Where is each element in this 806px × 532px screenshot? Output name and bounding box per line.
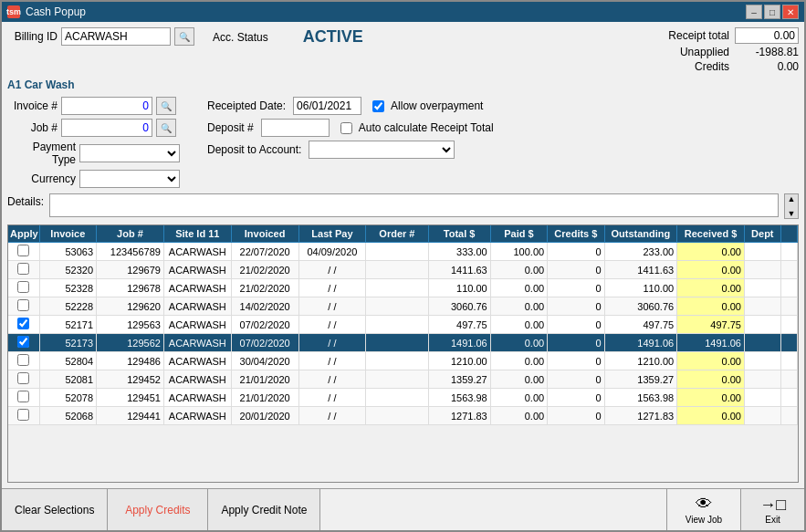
receipt-total-label: Receipt total xyxy=(656,29,729,42)
lastpay-cell: 04/09/2020 xyxy=(298,243,366,261)
minimize-button[interactable]: – xyxy=(746,5,762,19)
apply-credits-button[interactable]: Apply Credits xyxy=(108,489,208,530)
clear-selections-button[interactable]: Clear Selections xyxy=(2,489,108,530)
apply-checkbox[interactable] xyxy=(17,354,29,366)
col-header-received: Received $ xyxy=(677,225,745,243)
paid-cell: 0.00 xyxy=(490,370,547,389)
details-input[interactable] xyxy=(49,193,779,217)
acc-status-label: Acc. Status xyxy=(213,31,268,44)
bottom-bar: Clear Selections Apply Credits Apply Cre… xyxy=(2,488,804,530)
currency-select[interactable] xyxy=(79,170,180,188)
total-cell: 1210.00 xyxy=(428,352,490,370)
billing-id-search-button[interactable]: 🔍 xyxy=(174,27,194,46)
apply-checkbox-cell[interactable] xyxy=(8,407,39,425)
scroll-cell xyxy=(780,334,797,352)
apply-checkbox-cell[interactable] xyxy=(8,334,39,352)
apply-checkbox[interactable] xyxy=(17,372,29,384)
invoice-cell: 52173 xyxy=(39,334,96,352)
scroll-cell xyxy=(780,297,797,316)
bottom-spacer xyxy=(320,489,665,530)
table-row[interactable]: 52320 129679 ACARWASH 21/02/2020 / / 141… xyxy=(8,261,798,279)
job-cell: 129679 xyxy=(97,261,164,279)
table-row[interactable]: 52328 129678 ACARWASH 21/02/2020 / / 110… xyxy=(8,279,798,297)
invoice-search-button[interactable]: 🔍 xyxy=(156,97,176,115)
table-row[interactable]: 52068 129441 ACARWASH 20/01/2020 / / 127… xyxy=(8,407,798,425)
table-row[interactable]: 52171 129563 ACARWASH 07/02/2020 / / 497… xyxy=(8,316,798,334)
apply-checkbox[interactable] xyxy=(17,281,29,293)
col-header-invoiced: Invoiced xyxy=(231,225,298,243)
apply-checkbox-cell[interactable] xyxy=(8,243,39,261)
app-icon: tsm xyxy=(7,5,20,18)
billing-id-label: Billing ID xyxy=(7,30,58,43)
dept-cell xyxy=(744,352,780,370)
apply-checkbox[interactable] xyxy=(17,391,29,402)
apply-checkbox[interactable] xyxy=(17,245,29,256)
outstanding-cell: 1411.63 xyxy=(604,261,677,279)
exit-button[interactable]: →□ Exit xyxy=(740,489,804,530)
apply-checkbox-cell[interactable] xyxy=(8,297,39,316)
paid-cell: 0.00 xyxy=(490,334,547,352)
lastpay-cell: / / xyxy=(298,261,366,279)
apply-checkbox-cell[interactable] xyxy=(8,370,39,389)
job-search-button[interactable]: 🔍 xyxy=(156,119,176,137)
deposit-to-account-select[interactable] xyxy=(309,141,455,159)
view-job-button[interactable]: 👁 View Job xyxy=(666,489,740,530)
dept-cell xyxy=(744,370,780,389)
close-button[interactable]: ✕ xyxy=(782,5,799,19)
apply-checkbox-cell[interactable] xyxy=(8,261,39,279)
invoiced-cell: 30/04/2020 xyxy=(231,352,298,370)
job-input[interactable] xyxy=(61,119,152,137)
details-scrollbar[interactable]: ▲ ▼ xyxy=(784,193,799,219)
scroll-cell xyxy=(780,370,797,389)
apply-credit-note-button[interactable]: Apply Credit Note xyxy=(208,489,320,530)
credits-cell: 0 xyxy=(548,352,604,370)
table-row[interactable]: 52228 129620 ACARWASH 14/02/2020 / / 306… xyxy=(8,297,798,316)
invoiced-cell: 21/01/2020 xyxy=(231,389,298,407)
table-row[interactable]: 52804 129486 ACARWASH 30/04/2020 / / 121… xyxy=(8,352,798,370)
scroll-cell xyxy=(780,243,797,261)
deposit-input[interactable] xyxy=(261,119,330,137)
dept-cell xyxy=(744,407,780,425)
allow-overpayment-checkbox[interactable] xyxy=(372,100,384,112)
table-row[interactable]: 53063 123456789 ACARWASH 22/07/2020 04/0… xyxy=(8,243,798,261)
outstanding-cell: 1563.98 xyxy=(604,389,677,407)
billing-id-input[interactable] xyxy=(61,27,171,46)
job-cell: 129678 xyxy=(97,279,164,297)
invoice-cell: 53063 xyxy=(39,243,96,261)
receipt-total-input[interactable] xyxy=(735,27,799,44)
apply-checkbox-cell[interactable] xyxy=(8,279,39,297)
apply-checkbox[interactable] xyxy=(17,263,29,275)
maximize-button[interactable]: □ xyxy=(764,5,780,19)
receipted-date-input[interactable] xyxy=(293,97,361,115)
lastpay-cell: / / xyxy=(298,297,366,316)
auto-calculate-checkbox[interactable] xyxy=(340,122,352,134)
table-row[interactable]: 52081 129452 ACARWASH 21/01/2020 / / 135… xyxy=(8,370,798,389)
job-cell: 129451 xyxy=(97,389,164,407)
total-cell: 3060.76 xyxy=(428,297,490,316)
table-row[interactable]: 52078 129451 ACARWASH 21/01/2020 / / 156… xyxy=(8,389,798,407)
invoice-input[interactable] xyxy=(61,97,152,115)
apply-checkbox[interactable] xyxy=(17,336,29,348)
exit-icon: →□ xyxy=(759,495,786,515)
apply-checkbox[interactable] xyxy=(17,318,29,329)
unapplied-label: Unapplied xyxy=(656,46,729,58)
apply-checkbox-cell[interactable] xyxy=(8,352,39,370)
lastpay-cell: / / xyxy=(298,370,366,389)
table-row[interactable]: 52173 129562 ACARWASH 07/02/2020 / / 149… xyxy=(8,334,798,352)
apply-checkbox[interactable] xyxy=(17,409,29,421)
apply-checkbox[interactable] xyxy=(17,299,29,311)
order-cell xyxy=(366,279,428,297)
dept-cell xyxy=(744,243,780,261)
invoiced-cell: 21/02/2020 xyxy=(231,279,298,297)
outstanding-cell: 1210.00 xyxy=(604,352,677,370)
invoice-table-scroll[interactable]: Apply Invoice Job # Site Id 11 Invoiced … xyxy=(8,225,798,482)
order-cell xyxy=(366,243,428,261)
invoiced-cell: 21/01/2020 xyxy=(231,370,298,389)
payment-type-select[interactable] xyxy=(79,144,180,162)
dept-cell xyxy=(744,261,780,279)
dept-cell xyxy=(744,279,780,297)
outstanding-cell: 1491.06 xyxy=(604,334,677,352)
apply-checkbox-cell[interactable] xyxy=(8,389,39,407)
apply-checkbox-cell[interactable] xyxy=(8,316,39,334)
details-section: Details: ▲ ▼ xyxy=(7,192,799,221)
